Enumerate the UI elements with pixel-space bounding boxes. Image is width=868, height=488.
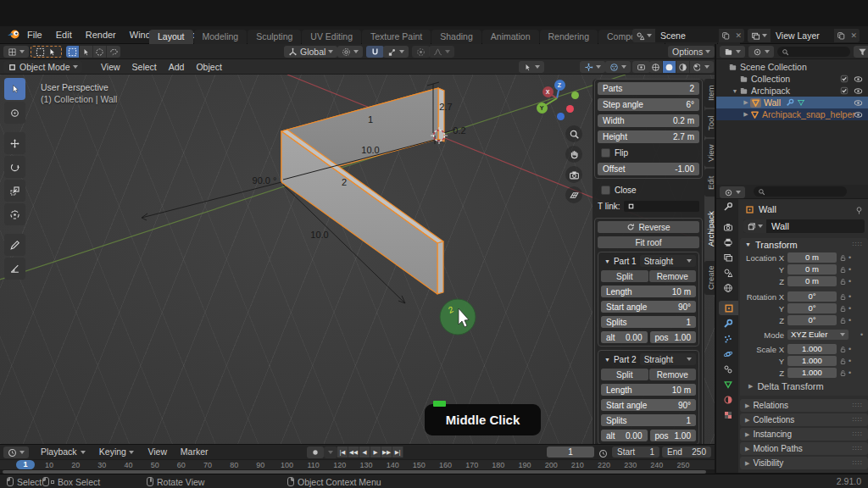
value-field[interactable]: 0 m bbox=[787, 252, 837, 263]
zoom-button[interactable] bbox=[565, 125, 582, 142]
play-button[interactable]: ▶ bbox=[370, 446, 381, 458]
frame-number-250[interactable]: 250 bbox=[676, 461, 689, 469]
lock-icon[interactable] bbox=[837, 305, 849, 313]
object-name-field[interactable]: Wall bbox=[743, 219, 865, 233]
lock-icon[interactable] bbox=[837, 266, 849, 274]
gizmos-toggle[interactable] bbox=[580, 61, 605, 73]
outliner-row-archipack[interactable]: ▼Archipack bbox=[716, 85, 868, 97]
record-button[interactable] bbox=[307, 446, 324, 458]
value-field[interactable]: 0° bbox=[787, 315, 837, 325]
animate-dot[interactable]: • bbox=[849, 253, 851, 262]
tab-tool[interactable] bbox=[718, 199, 738, 214]
value-field[interactable]: 1.000 bbox=[787, 344, 837, 354]
value-field[interactable]: 0 m bbox=[787, 264, 837, 274]
view-layer-browse-icon[interactable] bbox=[748, 29, 771, 42]
lock-icon[interactable] bbox=[837, 346, 849, 353]
scene-name[interactable]: Scene bbox=[655, 29, 719, 42]
remove-button[interactable]: Remove bbox=[649, 270, 697, 282]
workspace-tab-rendering[interactable]: Rendering bbox=[540, 30, 598, 44]
view-layer-selector[interactable]: View Layer ✕ bbox=[748, 29, 860, 42]
workspace-tab-layout[interactable]: Layout bbox=[149, 30, 193, 44]
workspace-tab-shading[interactable]: Shading bbox=[431, 30, 481, 44]
prev-keyframe-button[interactable]: ◀◀ bbox=[348, 446, 359, 458]
object-type-icon[interactable] bbox=[743, 219, 766, 233]
jump-to-start-button[interactable]: |◀ bbox=[337, 446, 348, 458]
viewport-3d[interactable]: 2 1 2 10.0 10.0 2.7 0.2 90.0 ° User Pers… bbox=[0, 75, 715, 444]
tab-texture[interactable] bbox=[718, 408, 738, 422]
jump-to-end-button[interactable]: ▶| bbox=[392, 446, 403, 458]
fit-roof-button[interactable]: Fit roof bbox=[598, 236, 699, 248]
select-circle-mode[interactable] bbox=[93, 46, 107, 58]
tool-transform[interactable] bbox=[4, 203, 25, 225]
tab-world[interactable] bbox=[718, 280, 738, 295]
pos-slider[interactable]: pos1.00 bbox=[650, 430, 697, 441]
options-dropdown[interactable]: Options bbox=[668, 46, 715, 58]
tab-modifiers[interactable] bbox=[718, 316, 738, 330]
lock-icon[interactable] bbox=[837, 254, 849, 262]
frame-number-170[interactable]: 170 bbox=[465, 461, 478, 469]
object-mode-dropdown[interactable]: Object Mode bbox=[3, 61, 82, 73]
step-angle-slider[interactable]: Step angle6° bbox=[598, 98, 699, 111]
overlays-toggle[interactable] bbox=[605, 61, 631, 73]
frame-number-160[interactable]: 160 bbox=[439, 461, 452, 469]
snap-toggle[interactable] bbox=[366, 46, 384, 58]
tab-physics[interactable] bbox=[718, 347, 738, 361]
timeline-scroll-handle[interactable] bbox=[3, 470, 706, 474]
gizmo-axis-y[interactable]: Y bbox=[537, 103, 548, 114]
tab-object[interactable] bbox=[719, 301, 738, 315]
frame-number-20[interactable]: 20 bbox=[71, 461, 80, 469]
gizmo-axis-z[interactable]: Z bbox=[554, 80, 565, 91]
editor-type-button[interactable] bbox=[3, 46, 29, 58]
viewport-menu-select[interactable]: Select bbox=[126, 59, 163, 75]
timeline-playhead[interactable]: 1 bbox=[16, 460, 35, 469]
proportional-falloff-dropdown[interactable] bbox=[429, 46, 454, 58]
gizmo-axis-x-neg[interactable] bbox=[571, 92, 579, 99]
xray-toggle[interactable] bbox=[632, 61, 650, 73]
animate-dot[interactable]: • bbox=[849, 316, 851, 324]
wall-object[interactable] bbox=[281, 88, 444, 294]
tab-material[interactable] bbox=[718, 392, 738, 407]
shading-wireframe[interactable] bbox=[649, 61, 663, 73]
value-field[interactable]: 1.000 bbox=[787, 368, 837, 378]
section-instancing[interactable]: ▶Instancing∷∷ bbox=[740, 428, 868, 441]
scene-browse-icon[interactable] bbox=[632, 29, 655, 42]
tab-scene[interactable] bbox=[718, 265, 738, 280]
split-button[interactable]: Split bbox=[601, 270, 648, 282]
next-keyframe-button[interactable]: ▶▶ bbox=[381, 446, 392, 458]
scene-copy-icon[interactable] bbox=[719, 29, 732, 42]
outliner-row-collection[interactable]: Collection bbox=[716, 73, 868, 85]
close-checkbox[interactable] bbox=[601, 186, 610, 195]
outliner-search[interactable] bbox=[777, 47, 850, 57]
part-1-shape-dropdown[interactable]: Straight bbox=[640, 255, 696, 267]
offset-slider[interactable]: Offset-1.00 bbox=[598, 163, 699, 175]
value-field[interactable]: 1.000 bbox=[787, 356, 837, 366]
sidebar-tab-create[interactable]: Create bbox=[704, 261, 715, 295]
select-box-mode[interactable] bbox=[66, 46, 80, 58]
snap-settings-dropdown[interactable] bbox=[383, 46, 409, 58]
tool-annotate[interactable] bbox=[4, 234, 25, 256]
section-motion-paths[interactable]: ▶Motion Paths∷∷ bbox=[740, 442, 868, 455]
properties-editor-type[interactable] bbox=[720, 186, 745, 198]
section-relations[interactable]: ▶Relations∷∷ bbox=[740, 399, 868, 412]
scene-selector[interactable]: Scene ✕ bbox=[632, 29, 744, 42]
workspace-tab-sculpting[interactable]: Sculpting bbox=[248, 30, 301, 44]
tool-scale[interactable] bbox=[4, 180, 25, 202]
view-layer-name[interactable]: View Layer bbox=[771, 29, 834, 42]
tab-view-layer[interactable] bbox=[718, 250, 738, 264]
frame-number-10[interactable]: 10 bbox=[45, 461, 53, 469]
proportional-editing-toggle[interactable] bbox=[412, 46, 430, 58]
record-options-dropdown[interactable] bbox=[324, 446, 337, 458]
gizmo-axis-z-neg[interactable] bbox=[557, 113, 565, 120]
lock-icon[interactable] bbox=[837, 317, 849, 324]
splits-slider[interactable]: Splits1 bbox=[601, 316, 696, 328]
timeline-menu-playback[interactable]: Playback bbox=[34, 445, 84, 459]
frame-number-80[interactable]: 80 bbox=[230, 461, 238, 469]
pan-button[interactable] bbox=[565, 146, 582, 163]
select-lasso-mode[interactable] bbox=[107, 46, 120, 58]
viewport-menu-add[interactable]: Add bbox=[163, 59, 191, 75]
frame-number-40[interactable]: 40 bbox=[125, 461, 133, 469]
frame-number-190[interactable]: 190 bbox=[519, 461, 531, 469]
shading-dropdown[interactable] bbox=[700, 61, 714, 73]
lock-icon[interactable] bbox=[837, 358, 849, 365]
height-slider[interactable]: Height2.7 m bbox=[598, 130, 699, 143]
